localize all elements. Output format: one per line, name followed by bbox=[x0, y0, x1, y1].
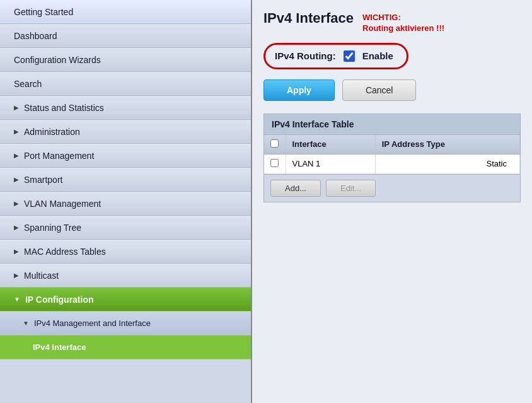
cancel-button[interactable]: Cancel bbox=[342, 79, 417, 101]
table-header-row: Interface IP Address Type bbox=[264, 135, 520, 155]
sidebar-item-dashboard[interactable]: Dashboard bbox=[0, 24, 251, 48]
sidebar-item-label: Configuration Wizards bbox=[14, 55, 101, 65]
sidebar-item-getting-started[interactable]: Getting Started bbox=[0, 0, 251, 24]
page-title: IPv4 Interface bbox=[263, 10, 354, 26]
sidebar-item-multicast[interactable]: Multicast bbox=[0, 264, 251, 288]
sidebar-item-status[interactable]: Status and Statistics bbox=[0, 96, 251, 120]
sidebar-item-mac-address[interactable]: MAC Address Tables bbox=[0, 240, 251, 264]
sidebar-item-label: Dashboard bbox=[14, 31, 57, 41]
sidebar-item-configuration-wizards[interactable]: Configuration Wizards bbox=[0, 48, 251, 72]
sidebar-item-port-management[interactable]: Port Management bbox=[0, 144, 251, 168]
sidebar-item-label: Port Management bbox=[24, 151, 94, 161]
select-all-checkbox[interactable] bbox=[270, 139, 279, 148]
sidebar-item-label: Getting Started bbox=[14, 7, 73, 17]
sidebar-item-label: Status and Statistics bbox=[24, 103, 104, 113]
sidebar-item-label: Search bbox=[14, 79, 42, 89]
sidebar-item-ipv4-mgmt[interactable]: IPv4 Management and Interface bbox=[0, 312, 251, 336]
sidebar-item-ipv4-interface[interactable]: IPv4 Interface bbox=[0, 336, 251, 359]
sidebar-item-vlan[interactable]: VLAN Management bbox=[0, 192, 251, 216]
routing-checkbox[interactable] bbox=[344, 50, 355, 62]
sidebar-item-label: IP Configuration bbox=[25, 295, 94, 305]
sidebar-item-label: Administration bbox=[24, 127, 80, 137]
sidebar-item-label: VLAN Management bbox=[24, 199, 101, 209]
sidebar-item-spanning-tree[interactable]: Spanning Tree bbox=[0, 216, 251, 240]
routing-label: IPv4 Routing: bbox=[275, 50, 336, 61]
action-buttons: Apply Cancel bbox=[263, 79, 521, 101]
sidebar-item-label: Smartport bbox=[24, 175, 62, 185]
edit-button[interactable]: Edit... bbox=[326, 180, 376, 197]
ipv4-table-section: IPv4 Interface Table Interface IP Addres… bbox=[263, 114, 521, 202]
main-content: IPv4 Interface WICHTIG: Routing aktivier… bbox=[252, 0, 532, 403]
routing-section: IPv4 Routing: Enable bbox=[263, 43, 408, 69]
sidebar-item-label: Spanning Tree bbox=[24, 223, 81, 233]
routing-row: IPv4 Routing: Enable bbox=[275, 50, 393, 62]
sidebar-item-administration[interactable]: Administration bbox=[0, 120, 251, 144]
sidebar-item-search[interactable]: Search bbox=[0, 72, 251, 96]
col-header-interface: Interface bbox=[286, 135, 375, 155]
row-interface: VLAN 1 bbox=[286, 154, 375, 173]
table-row: VLAN 1 Static bbox=[264, 154, 520, 173]
sidebar-item-label: Multicast bbox=[24, 271, 59, 281]
row-checkbox-cell bbox=[264, 154, 286, 173]
sidebar: Getting Started Dashboard Configuration … bbox=[0, 0, 252, 403]
row-select-checkbox[interactable] bbox=[270, 159, 279, 167]
apply-button[interactable]: Apply bbox=[263, 79, 335, 101]
sidebar-item-ip-configuration[interactable]: IP Configuration bbox=[0, 288, 251, 312]
enable-label: Enable bbox=[362, 50, 393, 61]
sidebar-item-label: IPv4 Management and Interface bbox=[34, 318, 151, 328]
sidebar-item-label: IPv4 Interface bbox=[33, 342, 86, 352]
sidebar-item-label: MAC Address Tables bbox=[24, 247, 106, 257]
ipv4-interface-table: Interface IP Address Type VLAN 1 Static bbox=[264, 135, 520, 174]
wichtig-badge: WICHTIG: Routing aktivieren !!! bbox=[362, 13, 444, 34]
col-header-checkbox bbox=[264, 135, 286, 155]
table-title: IPv4 Interface Table bbox=[264, 114, 520, 135]
row-ip-address-type: Static bbox=[375, 154, 519, 173]
col-header-ip-address-type: IP Address Type bbox=[375, 135, 519, 155]
add-button[interactable]: Add... bbox=[270, 180, 321, 197]
title-row: IPv4 Interface WICHTIG: Routing aktivier… bbox=[263, 10, 521, 34]
sidebar-item-smartport[interactable]: Smartport bbox=[0, 168, 251, 192]
table-action-row: Add... Edit... bbox=[264, 174, 520, 202]
